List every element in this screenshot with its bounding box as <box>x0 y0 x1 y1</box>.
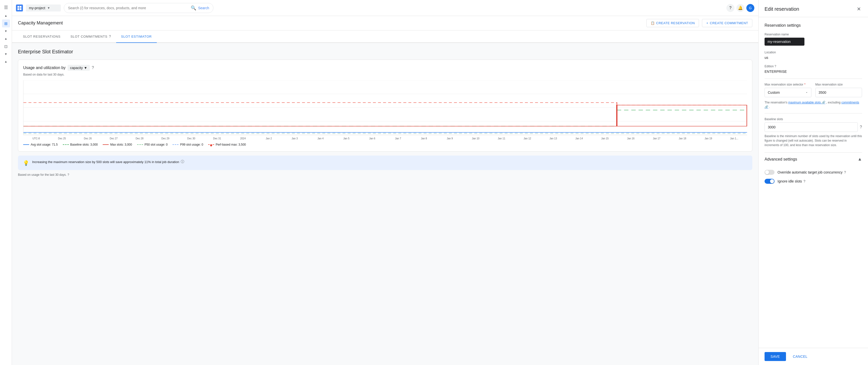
sidebar-item-2[interactable]: ⊡ <box>2 42 10 50</box>
legend-baseline-icon <box>63 144 69 145</box>
logo-cell <box>18 6 19 8</box>
max-size-selector-select[interactable]: Custom Auto <box>765 88 811 97</box>
baseline-slots-row: ? <box>765 122 862 132</box>
notifications-icon[interactable]: 🔔 <box>736 4 744 12</box>
override-toggle-row: Override automatic target job concurrenc… <box>765 170 862 175</box>
google-logo <box>16 4 23 11</box>
main-content: my-project ▼ 🔍 Search ? 🔔 G Capacity Man… <box>12 0 758 365</box>
edit-reservation-panel: Edit reservation ✕ Reservation settings … <box>758 0 868 365</box>
x-label: Dec 26 <box>75 137 101 140</box>
legend-perf-icon <box>208 144 214 145</box>
x-label: Jan 3 <box>282 137 308 140</box>
tab-slot-estimator[interactable]: SLOT ESTIMATOR <box>116 30 157 43</box>
chart-help-icon[interactable]: ? <box>92 66 94 70</box>
info-card: 💡 Increasing the maximum reservation siz… <box>18 156 752 170</box>
project-dropdown-icon: ▼ <box>47 6 50 10</box>
x-label: Jan 17 <box>644 137 670 140</box>
advanced-settings-chevron-up-icon: ▲ <box>858 157 862 162</box>
max-size-selector-field: Max reservation size selector * Custom A… <box>765 83 811 97</box>
sidebar-chevron-up-3[interactable]: ▲ <box>4 60 7 63</box>
reservation-name-input[interactable] <box>765 38 804 45</box>
x-label: 2024 <box>230 137 256 140</box>
baseline-slots-label: Baseline slots <box>765 117 862 121</box>
x-label: Jan 1... <box>721 137 747 140</box>
chart-svg <box>24 80 747 135</box>
override-help-icon[interactable]: ? <box>844 170 846 174</box>
search-bar[interactable]: 🔍 Search <box>64 3 213 13</box>
logo-grid <box>18 6 22 10</box>
logo-cell <box>20 8 22 10</box>
baseline-slots-field: Baseline slots ? Baseline is the minimum… <box>765 117 862 147</box>
sidebar-chevron-down-2[interactable]: ▼ <box>4 52 7 56</box>
ignore-idle-toggle-row: Ignore idle slots ? <box>765 179 862 184</box>
x-label: Jan 6 <box>359 137 385 140</box>
search-input[interactable] <box>68 6 189 10</box>
panel-title: Edit reservation <box>765 6 799 12</box>
cancel-button[interactable]: CANCEL <box>789 352 812 361</box>
topbar: my-project ▼ 🔍 Search ? 🔔 G <box>12 0 758 16</box>
create-reservation-button[interactable]: 📋 CREATE RESERVATION <box>646 19 699 27</box>
override-toggle-slider <box>765 170 775 175</box>
save-button[interactable]: SAVE <box>765 352 786 361</box>
search-button[interactable]: Search <box>198 6 209 10</box>
svg-rect-8 <box>617 105 747 126</box>
x-label: Jan 4 <box>308 137 334 140</box>
ignore-idle-toggle[interactable] <box>765 179 775 184</box>
create-commitment-icon: + <box>706 21 708 25</box>
capacity-selector[interactable]: capacity ▼ <box>67 65 90 71</box>
ignore-idle-toggle-slider <box>765 179 775 184</box>
content-area: Enterprise Slot Estimator Usage and util… <box>12 43 758 365</box>
x-label: Dec 31 <box>204 137 230 140</box>
create-commitment-button[interactable]: + CREATE COMMITMENT <box>702 19 752 27</box>
sidebar-chevron-down-1[interactable]: ▼ <box>4 29 7 33</box>
max-available-slots-link[interactable]: maximum available slots 🔗 <box>788 101 825 104</box>
edition-field: Edition ? ENTERPRISE <box>765 65 862 73</box>
legend-baseline-slots: Baseline slots: 3,000 <box>63 143 98 146</box>
tab-slot-reservations[interactable]: SLOT RESERVATIONS <box>18 30 66 43</box>
edition-help-icon[interactable]: ? <box>775 65 776 68</box>
sidebar-chevron-up-1[interactable]: ▲ <box>4 14 7 18</box>
baseline-help-icon[interactable]: ? <box>860 125 862 129</box>
max-size-field: Max reservation size <box>815 83 862 97</box>
legend-diamond-icon <box>210 144 212 146</box>
sidebar-chevron-up-2[interactable]: ▲ <box>4 37 7 40</box>
topbar-actions: ? 🔔 G <box>726 4 754 12</box>
x-label: Jan 11 <box>489 137 515 140</box>
avatar[interactable]: G <box>746 4 754 12</box>
topbar-logo <box>16 4 23 11</box>
x-label: Jan 9 <box>437 137 463 140</box>
logo-cell <box>20 6 22 8</box>
create-reservation-icon: 📋 <box>651 21 655 25</box>
chart-card: Usage and utilization by capacity ▼ ? Ba… <box>18 60 752 152</box>
x-label: Jan 14 <box>566 137 592 140</box>
search-icon: 🔍 <box>191 5 196 11</box>
close-panel-button[interactable]: ✕ <box>856 5 862 13</box>
legend-avg-icon <box>23 144 29 145</box>
info-help-icon[interactable]: ⓘ <box>181 159 184 164</box>
override-label: Override automatic target job concurrenc… <box>777 170 846 174</box>
ignore-idle-label: Ignore idle slots ? <box>777 179 805 183</box>
max-size-input[interactable] <box>815 88 862 97</box>
divider <box>765 79 862 79</box>
panel-footer: SAVE CANCEL <box>758 348 868 365</box>
ignore-idle-help-icon[interactable]: ? <box>803 179 805 183</box>
sidebar-collapse-icon[interactable]: ☰ <box>1 3 10 12</box>
max-size-label: Max reservation size <box>815 83 862 86</box>
project-selector[interactable]: my-project ▼ <box>26 4 61 11</box>
advanced-settings-header[interactable]: Advanced settings ▲ <box>765 152 862 166</box>
x-label: Jan 15 <box>592 137 618 140</box>
location-field: Location us <box>765 51 862 60</box>
page-header: Capacity Management 📋 CREATE RESERVATION… <box>12 16 758 30</box>
x-label: Jan 18 <box>670 137 695 140</box>
help-icon[interactable]: ? <box>726 4 734 12</box>
override-toggle[interactable] <box>765 170 775 175</box>
based-on-help-icon[interactable]: ? <box>67 173 69 177</box>
baseline-description: Baseline is the minimum number of slots … <box>765 134 862 147</box>
x-label: Jan 8 <box>411 137 437 140</box>
baseline-slots-input[interactable] <box>765 122 858 132</box>
x-label: Jan 13 <box>540 137 566 140</box>
tab-slot-commitments[interactable]: SLOT COMMITMENTS ? <box>66 30 116 43</box>
legend-perf-based-max: Perf-based max: 3,500 <box>208 143 246 146</box>
x-label: Dec 29 <box>153 137 179 140</box>
sidebar-active-item[interactable]: ⊞ <box>2 20 10 27</box>
